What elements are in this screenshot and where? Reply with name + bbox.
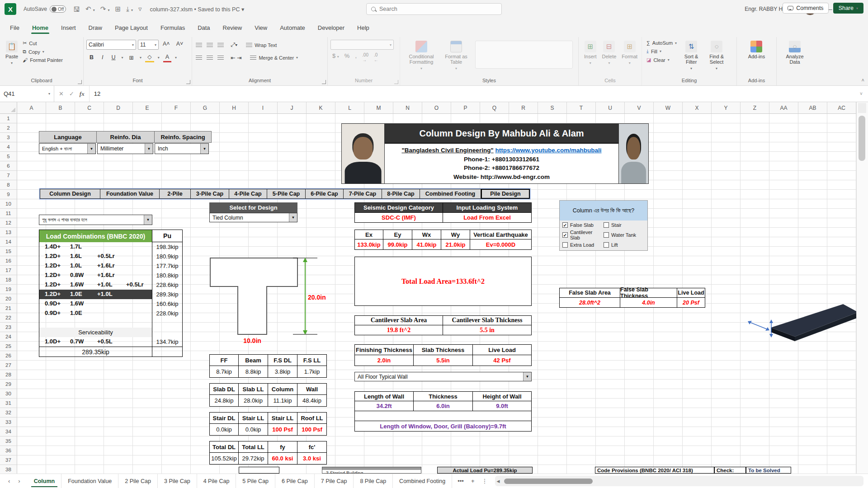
cut-button[interactable]: ✂ Cut <box>21 39 65 47</box>
vertical-scrollbar[interactable] <box>856 102 868 474</box>
increase-decimal-icon[interactable]: .00→ <box>362 52 368 62</box>
ribbon-tab-view[interactable]: View <box>248 21 274 35</box>
scrollbar-top-box[interactable] <box>858 103 866 113</box>
checkbox-icon[interactable] <box>604 242 609 248</box>
partial-cell[interactable] <box>239 467 279 474</box>
partial-dropdown[interactable]: 3 Storied Building <box>322 467 421 474</box>
checkbox-icon[interactable]: ✓ <box>562 232 568 238</box>
orientation-icon[interactable]: ⤢▾ <box>228 41 240 49</box>
design-tab-combined-footing[interactable]: Combined Footing <box>420 189 481 199</box>
download-icon[interactable]: ⤓ ▾ <box>126 5 133 13</box>
sheet-tab-6-pile-cap[interactable]: 6 Pile Cap <box>275 474 315 488</box>
font-name-select[interactable]: Calibri▾ <box>86 40 136 50</box>
dropdown-arrow-icon[interactable]: ▼ <box>87 144 95 154</box>
document-title[interactable]: column-327.xlsm • Saved to this PC ▾ <box>150 6 245 13</box>
autosave-toggle[interactable]: Off <box>50 5 66 13</box>
load-combo-row-6[interactable]: 1.2D+1.0E+1.0L <box>39 290 152 299</box>
wall-type-dropdown[interactable]: All Floor Typical Wall▼ <box>354 372 532 381</box>
print-preview-icon[interactable]: ⊞ <box>115 5 121 13</box>
search-input[interactable]: Search <box>366 3 502 15</box>
align-center-icon[interactable] <box>207 56 213 60</box>
stone-usage-dropdown[interactable]: শুধু কলাম এ পাথর ব্যবহার হলে▼ <box>39 215 152 225</box>
design-tab-8-pile-cap[interactable]: 8-Pile Cap <box>382 189 420 199</box>
dropdown-arrow-icon[interactable]: ▼ <box>145 144 153 154</box>
ribbon-tab-page-layout[interactable]: Page Layout <box>108 21 154 35</box>
ribbon-tab-home[interactable]: Home <box>26 21 55 35</box>
undo-icon[interactable]: ↶ ▾ <box>85 5 95 13</box>
ribbon-tab-help[interactable]: Help <box>351 21 376 35</box>
autosum-button[interactable]: ∑ AutoSum ▾ <box>645 39 679 47</box>
load-combo-row-2[interactable]: 1.2D+1.6L+0.5Lr <box>39 252 152 261</box>
autosave-control[interactable]: AutoSave Off <box>24 5 66 13</box>
sheet-tab-combined-footing[interactable]: Combined Footing <box>393 474 452 488</box>
prev-sheet-icon[interactable]: ‹ <box>8 478 10 484</box>
fill-color-icon[interactable]: ◇ <box>145 52 154 62</box>
decrease-decimal-icon[interactable]: .0← <box>374 52 378 62</box>
service-combo-row[interactable]: 1.0D+0.7W+0.5L <box>39 337 152 347</box>
design-tab-pile-design[interactable]: Pile Design <box>481 189 530 199</box>
checkbox-lift[interactable]: Lift <box>604 242 645 248</box>
ribbon-tab-insert[interactable]: Insert <box>55 21 82 35</box>
reinfo-dia-dropdown[interactable]: Millimeter▼ <box>97 143 153 154</box>
design-tab-column-design[interactable]: Column Design <box>40 189 100 199</box>
excel-logo-icon[interactable]: X <box>5 3 16 15</box>
checkbox-icon[interactable]: ✓ <box>562 222 568 228</box>
horizontal-scrollbar-thumb[interactable] <box>504 479 593 484</box>
clear-button[interactable]: ◪ Clear ▾ <box>645 56 679 64</box>
ribbon-tab-automate[interactable]: Automate <box>274 21 311 35</box>
load-combo-row-3[interactable]: 1.2D+1.0L+1.6Lr <box>39 261 152 271</box>
load-combo-row-5[interactable]: 1.2D+1.6W+1.0L+0.5Lr <box>39 280 152 290</box>
format-cells-button[interactable]: ⊞Format▾ <box>619 39 640 68</box>
dropdown-arrow-icon[interactable]: ▼ <box>289 213 297 222</box>
redo-icon[interactable]: ↷ ▾ <box>100 5 110 13</box>
design-tab-4-pile-cap[interactable]: 4-Pile Cap <box>229 189 267 199</box>
clipboard-dialog-launcher[interactable] <box>78 80 82 84</box>
sheet-tab-column[interactable]: Column <box>28 474 62 488</box>
copy-button[interactable]: ⧉ Copy ▾ <box>21 47 65 56</box>
align-bottom-icon[interactable] <box>217 43 224 47</box>
align-top-icon[interactable] <box>196 43 202 47</box>
sheet-tab-2-pile-cap[interactable]: 2 Pile Cap <box>118 474 158 488</box>
horizontal-scrollbar[interactable]: ◀ <box>495 476 863 486</box>
ribbon-tab-file[interactable]: File <box>4 21 26 35</box>
vertical-scrollbar-thumb[interactable] <box>859 116 865 161</box>
sheet-tab-4-pile-cap[interactable]: 4 Pile Cap <box>197 474 236 488</box>
insert-function-icon[interactable]: fx <box>80 90 85 98</box>
comments-button[interactable]: Comments <box>783 3 828 14</box>
italic-button[interactable]: I <box>99 53 105 61</box>
paste-button[interactable]: 📋 Paste▾ <box>3 39 21 68</box>
analyze-data-button[interactable]: ◌Analyze Data <box>779 39 810 66</box>
sheet-tab-5-pile-cap[interactable]: 5 Pile Cap <box>236 474 275 488</box>
sort-filter-button[interactable]: ⇅Sort & Filter▾ <box>679 39 704 73</box>
sheet-tab-foundation-value[interactable]: Foundation Value <box>61 474 118 488</box>
percent-icon[interactable]: % <box>344 52 350 62</box>
more-sheets-icon[interactable]: ••• <box>458 478 464 484</box>
scroll-left-icon[interactable]: ◀ <box>497 479 500 483</box>
comma-icon[interactable]: , <box>355 52 357 62</box>
confirm-entry-icon[interactable]: ✓ <box>69 90 74 97</box>
decrease-font-icon[interactable]: A˅ <box>174 40 186 50</box>
load-combo-row-4[interactable]: 1.2D+0.8W+1.6Lr <box>39 271 152 280</box>
dropdown-arrow-icon[interactable]: ▼ <box>523 372 531 381</box>
borders-icon[interactable]: ⊞ <box>127 53 136 62</box>
formula-input[interactable]: 12 <box>90 86 854 102</box>
design-tab-6-pile-cap[interactable]: 6-Pile Cap <box>306 189 344 199</box>
collapse-ribbon-icon[interactable]: ˄ <box>862 77 864 83</box>
save-icon[interactable]: 🖫 <box>73 5 80 13</box>
design-tab-2-pile[interactable]: 2-Pile <box>160 189 191 199</box>
customize-toolbar-icon[interactable]: ▿ <box>138 5 142 13</box>
load-combo-row-8[interactable]: 0.9D+1.0E <box>39 309 152 318</box>
align-right-icon[interactable] <box>217 56 224 60</box>
indent-icons[interactable]: ⇤ ⇥ <box>228 53 244 62</box>
delete-cells-button[interactable]: ⊟Delete▾ <box>599 39 619 68</box>
align-middle-icon[interactable] <box>207 43 213 47</box>
ribbon-tab-developer[interactable]: Developer <box>311 21 351 35</box>
checkbox-cantilever-slab[interactable]: ✓Cantilever Slab <box>562 230 604 240</box>
share-button[interactable]: Share ▾ <box>833 3 863 14</box>
load-combo-row-7[interactable]: 0.9D+1.6W <box>39 299 152 309</box>
cancel-entry-icon[interactable]: ✕ <box>59 90 64 97</box>
bold-button[interactable]: B <box>87 53 96 61</box>
checkbox-icon[interactable] <box>604 232 609 238</box>
ribbon-tab-review[interactable]: Review <box>217 21 249 35</box>
fill-button[interactable]: ⤓ Fill ▾ <box>645 47 679 56</box>
